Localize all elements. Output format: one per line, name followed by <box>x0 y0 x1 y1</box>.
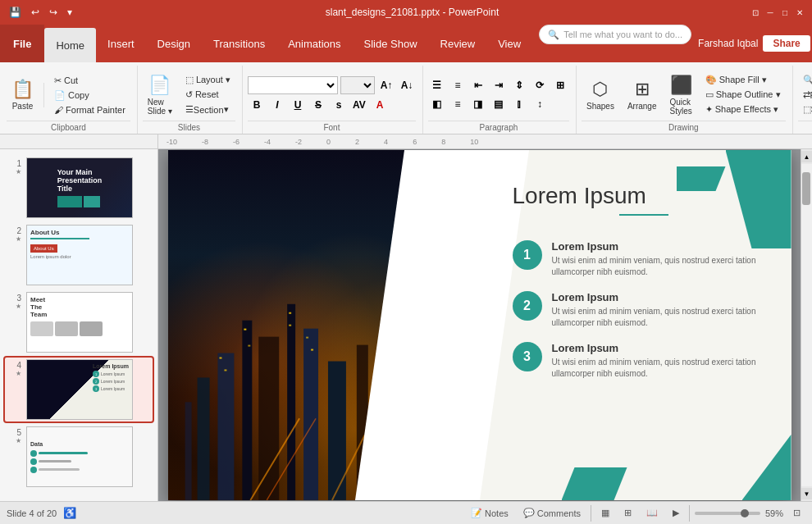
save-icon[interactable]: 💾 <box>7 5 24 20</box>
ribbon: 📋 Paste ✂ Cut 📄 Copy 🖌 Format Painter Cl… <box>0 62 812 134</box>
paste-button[interactable]: 📋 Paste <box>7 72 39 118</box>
bullets-button[interactable]: ☰ <box>428 76 446 94</box>
cut-button[interactable]: ✂ Cut <box>49 74 130 88</box>
svg-rect-20 <box>289 325 291 326</box>
window-controls[interactable]: ⊡ ─ □ ✕ <box>750 7 805 18</box>
minimize-button[interactable]: ─ <box>764 7 776 18</box>
align-row: ◧ ≡ ◨ ▤ ⫿ ↕ <box>428 95 569 113</box>
ribbon-group-font: A↑ A↓ B I U S s AV A Font <box>244 66 423 134</box>
format-painter-button[interactable]: 🖌 Format Painter <box>49 103 130 116</box>
columns-button[interactable]: ⫿ <box>510 95 528 113</box>
italic-button[interactable]: I <box>268 96 286 114</box>
underline-button[interactable]: U <box>289 96 307 114</box>
tell-me-box[interactable]: 🔍 Tell me what you want to do... <box>539 25 691 44</box>
tab-transitions[interactable]: Transitions <box>202 25 276 62</box>
slide-item-2[interactable]: 2 Lorem Ipsum Ut wisi enim ad minim veni… <box>513 291 775 329</box>
layout-button[interactable]: ⬚ Layout ▾ <box>180 73 235 87</box>
scroll-up-button[interactable]: ▲ <box>801 151 813 162</box>
close-button[interactable]: ✕ <box>794 7 805 18</box>
reading-view-button[interactable]: 📖 <box>641 506 663 520</box>
tab-file[interactable]: File <box>0 25 44 62</box>
title-bar: 💾 ↩ ↪ ▾ slant_designs_21081.pptx - Power… <box>0 0 812 25</box>
redo-icon[interactable]: ↪ <box>47 5 60 20</box>
normal-view-button[interactable]: ▦ <box>596 506 614 520</box>
section-button[interactable]: ☰ Section ▾ <box>180 103 235 116</box>
increase-indent-button[interactable]: ⇥ <box>490 76 508 94</box>
font-name-select[interactable] <box>248 76 338 94</box>
user-area: Farshad Iqbal Share <box>698 25 810 62</box>
svg-rect-16 <box>224 370 226 371</box>
slideshow-button[interactable]: ▶ <box>668 506 684 520</box>
accessibility-icon[interactable]: ♿ <box>63 507 76 519</box>
slide-thumbnail-4[interactable]: 4 ★ Lorem Ipsum 1 Lorem Ipsum 2 Lorem Ip… <box>5 358 153 421</box>
zoom-slider[interactable] <box>695 512 760 515</box>
slide-item-3[interactable]: 3 Lorem Ipsum Ut wisi enim ad minim veni… <box>513 342 775 380</box>
scroll-thumb[interactable] <box>802 172 810 205</box>
slide-star-2: ★ <box>16 235 21 243</box>
share-button[interactable]: Share <box>763 35 810 52</box>
char-spacing-button[interactable]: AV <box>350 96 368 114</box>
new-slide-button[interactable]: 📄 NewSlide ▾ <box>143 72 177 118</box>
replace-button[interactable]: ⇄ Replace ▾ <box>798 88 812 102</box>
slide-item-1[interactable]: 1 Lorem Ipsum Ut wisi enim ad minim veni… <box>513 240 775 278</box>
select-button[interactable]: ⬚ Select ▾ <box>798 103 812 116</box>
tab-insert[interactable]: Insert <box>96 25 146 62</box>
slides-label: Slides <box>143 121 235 134</box>
fit-to-window-button[interactable]: ⊡ <box>788 506 805 520</box>
slide-thumbnail-1[interactable]: 1 ★ Your MainPresentationTitle <box>5 156 153 220</box>
right-scrollbar[interactable]: ▲ ▼ <box>801 149 812 501</box>
menu-bar: File Home Insert Design Transitions Anim… <box>0 25 812 62</box>
scroll-track[interactable] <box>801 164 812 486</box>
undo-icon[interactable]: ↩ <box>29 5 42 20</box>
slide-thumbnail-5[interactable]: 5 ★ Data <box>5 425 153 489</box>
line-spacing-button[interactable]: ↕ <box>531 95 549 113</box>
find-replace-group: 🔍 Find ⇄ Replace ▾ ⬚ Select ▾ <box>798 73 812 116</box>
shape-effects-button[interactable]: ✦ Shape Effects ▾ <box>700 103 786 116</box>
bold-button[interactable]: B <box>248 96 266 114</box>
maximize-button[interactable]: □ <box>779 7 791 18</box>
notes-button[interactable]: 📝 Notes <box>466 506 513 520</box>
comments-button[interactable]: 💬 Comments <box>518 506 586 520</box>
shapes-icon: ⬡ <box>592 79 608 100</box>
shape-outline-button[interactable]: ▭ Shape Outline ▾ <box>700 88 786 102</box>
tab-review[interactable]: Review <box>429 25 487 62</box>
convert-button[interactable]: ⟳ <box>531 76 549 94</box>
zoom-thumb[interactable] <box>741 509 749 517</box>
font-color-button[interactable]: A <box>371 96 389 114</box>
customize-icon[interactable]: ▾ <box>65 5 75 20</box>
align-left-button[interactable]: ◧ <box>428 95 446 113</box>
smartart-button[interactable]: ⊞ <box>551 76 569 94</box>
align-right-button[interactable]: ◨ <box>469 95 487 113</box>
slide-thumbnail-3[interactable]: 3 ★ MeetTheTeam <box>5 290 153 354</box>
slide-sorter-button[interactable]: ⊞ <box>619 506 636 520</box>
numbering-button[interactable]: ≡ <box>449 76 467 94</box>
arrange-button[interactable]: ⊞ Arrange <box>623 72 662 118</box>
slide-thumbnail-2[interactable]: 2 ★ About Us About Us Lorem ipsum dolor <box>5 223 153 287</box>
tab-design[interactable]: Design <box>146 25 202 62</box>
copy-button[interactable]: 📄 Copy <box>49 89 130 103</box>
scroll-down-button[interactable]: ▼ <box>801 488 813 499</box>
quick-styles-button[interactable]: ⬛ QuickStyles <box>664 72 696 118</box>
tab-view[interactable]: View <box>486 25 532 62</box>
shadow-button[interactable]: s <box>330 96 348 114</box>
divider-zoom <box>689 505 690 522</box>
canvas-area[interactable]: Lorem Ipsum 1 Lorem Ipsum Ut wisi enim a… <box>158 149 801 501</box>
increase-font-button[interactable]: A↑ <box>377 76 395 94</box>
font-size-select[interactable] <box>340 76 375 94</box>
text-direction-button[interactable]: ⇕ <box>510 76 528 94</box>
strikethrough-button[interactable]: S <box>309 96 327 114</box>
slide-title-area[interactable]: Lorem Ipsum <box>513 183 775 216</box>
shape-fill-button[interactable]: 🎨 Shape Fill ▾ <box>700 73 786 87</box>
tab-slideshow[interactable]: Slide Show <box>353 25 429 62</box>
tab-home[interactable]: Home <box>44 28 96 62</box>
decrease-font-button[interactable]: A↓ <box>398 76 416 94</box>
shapes-button[interactable]: ⬡ Shapes <box>582 72 619 118</box>
align-center-button[interactable]: ≡ <box>449 95 467 113</box>
ruler-main: -10-8-6-4-20246810 <box>158 134 812 148</box>
reset-button[interactable]: ↺ Reset <box>180 88 235 102</box>
decrease-indent-button[interactable]: ⇤ <box>469 76 487 94</box>
tab-animations[interactable]: Animations <box>276 25 352 62</box>
find-button[interactable]: 🔍 Find <box>798 73 812 87</box>
item-body-2: Ut wisi enim ad minim veniam, quis nostr… <box>552 306 775 329</box>
justify-button[interactable]: ▤ <box>490 95 508 113</box>
